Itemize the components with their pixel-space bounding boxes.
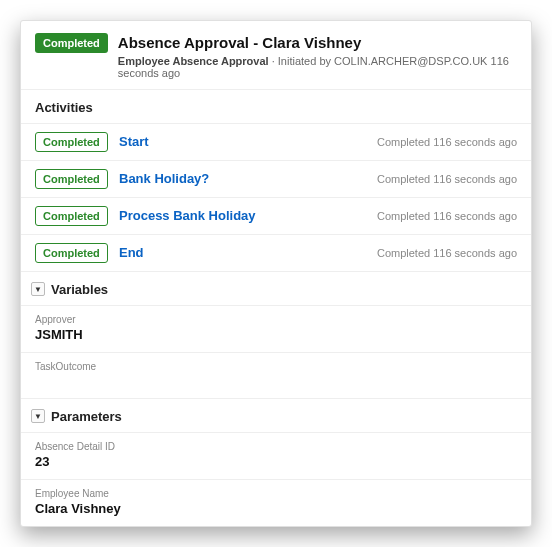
subtitle-sep: · Initiated by <box>269 55 334 67</box>
activity-name-link[interactable]: Process Bank Holiday <box>119 208 363 223</box>
variables-title: Variables <box>51 282 108 297</box>
activity-name-link[interactable]: Start <box>119 134 363 149</box>
parameter-label: Absence Detail ID <box>35 441 517 452</box>
activity-badge-col: Completed <box>35 243 105 263</box>
parameter-row: Absence Detail ID 23 <box>21 432 531 479</box>
activity-row: Completed Start Completed 116 seconds ag… <box>21 123 531 160</box>
initiator-email: COLIN.ARCHER@DSP.CO.UK <box>334 55 487 67</box>
activity-name-link[interactable]: Bank Holiday? <box>119 171 363 186</box>
activity-status-badge: Completed <box>35 132 108 152</box>
variable-row: TaskOutcome <box>21 352 531 398</box>
activity-row: Completed Process Bank Holiday Completed… <box>21 197 531 234</box>
activity-name-link[interactable]: End <box>119 245 363 260</box>
activity-row: Completed Bank Holiday? Completed 116 se… <box>21 160 531 197</box>
caret-down-icon[interactable]: ▼ <box>31 409 45 423</box>
activity-status-badge: Completed <box>35 206 108 226</box>
activity-time: Completed 116 seconds ago <box>377 173 517 185</box>
activity-time: Completed 116 seconds ago <box>377 136 517 148</box>
parameter-row: Employee Name Clara Vishney <box>21 479 531 526</box>
activity-status-badge: Completed <box>35 243 108 263</box>
status-badge: Completed <box>35 33 108 53</box>
activity-time: Completed 116 seconds ago <box>377 210 517 222</box>
workflow-card: Completed Absence Approval - Clara Vishn… <box>20 20 532 527</box>
variable-row: Approver JSMITH <box>21 305 531 352</box>
caret-down-icon[interactable]: ▼ <box>31 282 45 296</box>
variables-section-header[interactable]: ▼ Variables <box>21 271 531 305</box>
parameter-label: Employee Name <box>35 488 517 499</box>
workflow-type: Employee Absence Approval <box>118 55 269 67</box>
header-badge-col: Completed <box>35 33 108 53</box>
parameters-title: Parameters <box>51 409 122 424</box>
variable-value <box>35 374 517 388</box>
variable-label: Approver <box>35 314 517 325</box>
activities-header: Activities <box>21 89 531 123</box>
workflow-title: Absence Approval - Clara Vishney <box>118 33 517 53</box>
workflow-subtitle: Employee Absence Approval · Initiated by… <box>118 55 517 79</box>
activity-badge-col: Completed <box>35 132 105 152</box>
activity-badge-col: Completed <box>35 206 105 226</box>
workflow-header: Completed Absence Approval - Clara Vishn… <box>21 21 531 89</box>
header-text-col: Absence Approval - Clara Vishney Employe… <box>118 33 517 79</box>
parameter-value: Clara Vishney <box>35 501 517 516</box>
variable-value: JSMITH <box>35 327 517 342</box>
activity-badge-col: Completed <box>35 169 105 189</box>
activity-time: Completed 116 seconds ago <box>377 247 517 259</box>
activity-row: Completed End Completed 116 seconds ago <box>21 234 531 271</box>
parameters-section-header[interactable]: ▼ Parameters <box>21 398 531 432</box>
activity-status-badge: Completed <box>35 169 108 189</box>
variable-label: TaskOutcome <box>35 361 517 372</box>
parameter-value: 23 <box>35 454 517 469</box>
